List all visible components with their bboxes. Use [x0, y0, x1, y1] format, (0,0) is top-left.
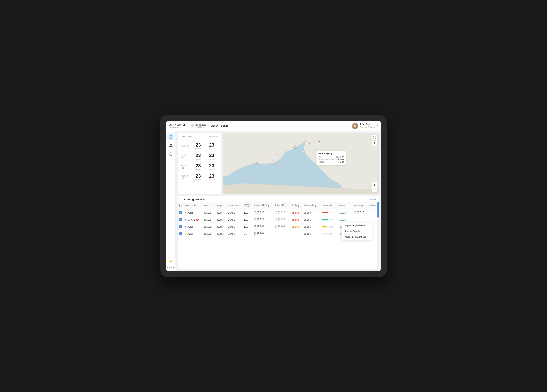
- col-imo: Imo: [203, 202, 216, 209]
- select-all-checkbox[interactable]: [179, 204, 182, 207]
- cell-vessel-name: ▶ Avera: [184, 223, 203, 230]
- vessel-arrow-icon: ▶: [185, 219, 187, 221]
- live-label: Live: [169, 266, 172, 268]
- cell-last-signal: 14-11-202319:00: [352, 209, 368, 216]
- cell-vessel-name: ▶ Methoni 2: [184, 216, 203, 223]
- context-report-prediction[interactable]: Report this prediction: [342, 223, 373, 228]
- conf-label: 85%: [330, 212, 334, 214]
- row-checkbox[interactable]: [179, 211, 182, 214]
- conf-bar-bg: [322, 212, 329, 213]
- stats-early-block: 23 Vessels: [192, 153, 204, 160]
- stats-late-block: 23 Vessels: [206, 163, 218, 170]
- stats-values: 23 Vessels 23 Vessels: [192, 153, 218, 160]
- stats-early-block: 23 Vessels: [192, 163, 204, 170]
- device-frame: ARRIVAL-X by SPACESHIP 26-02-2023 05:08:…: [160, 115, 387, 277]
- action-button[interactable]: ⋮: [370, 211, 374, 215]
- confidence-bar: 0%: [322, 233, 336, 235]
- main-layout: 🌐 🚢 ⚓ 🌙 ↻ Live Early arr: [166, 131, 381, 271]
- vessel-marker-green[interactable]: ▼: [299, 144, 301, 147]
- see-all-link[interactable]: See All: [369, 198, 376, 200]
- conf-bar-fill: [322, 226, 327, 227]
- stats-row: Next 6 Hrs 23 Vessels 23 Vessels: [181, 141, 218, 151]
- zoom-out-button[interactable]: −: [372, 187, 377, 192]
- logo-sub: by SPACESHIP: [169, 127, 185, 128]
- stats-early-unit: Vessels: [192, 168, 204, 170]
- vessel-marker-yellow[interactable]: ▼: [315, 148, 317, 151]
- col-speed: Speed(Knot): [242, 202, 253, 209]
- expand-button[interactable]: ⛶: [372, 135, 377, 140]
- cell-reported-eta: 14-11-2023 21:30: [253, 216, 274, 223]
- vessel-name-text: Methoni: [188, 219, 195, 221]
- cell-confidence: 85%: [320, 209, 337, 216]
- sidebar-item-ship[interactable]: 🚢: [167, 142, 174, 149]
- status-badge: Unde...: [339, 212, 347, 214]
- cell-confidence: 90%: [320, 216, 337, 223]
- sidebar-item-globe[interactable]: 🌐: [167, 133, 174, 140]
- conf-bar-fill: [322, 212, 328, 213]
- row-checkbox[interactable]: [179, 225, 182, 228]
- scrollbar-track: [377, 202, 379, 269]
- cell-checkbox: [178, 223, 184, 230]
- late-arrivals-label: Late arrivals: [207, 136, 218, 138]
- header: ARRIVAL-X by SPACESHIP 26-02-2023 05:08:…: [166, 121, 381, 131]
- stats-values: 23 Vessels 23 Vessels: [192, 143, 218, 150]
- row-checkbox[interactable]: [179, 232, 182, 235]
- col-origin: Origin: [216, 202, 226, 209]
- cell-speed: 19.6: [242, 216, 253, 223]
- city-label: Algeciras: [254, 162, 268, 165]
- cell-delta: 0h 55m: [290, 209, 303, 216]
- cell-reported-eta: 14-11-2023 19:00: [253, 209, 274, 216]
- table-title: Upcoming Vessels: [180, 198, 205, 201]
- cell-pred-eta: 14-11-202302:40: [274, 223, 290, 230]
- info-button[interactable]: ℹ: [372, 141, 377, 146]
- cell-vessel-name: ▶ Avera: [184, 230, 203, 237]
- confidence-bar: 90%: [322, 219, 336, 221]
- scrollbar-thumb[interactable]: [377, 202, 379, 218]
- stats-late-block: 23 Vessels: [206, 143, 218, 150]
- stats-panel: Early arrivals Late arrivals Next 6 Hrs …: [178, 133, 221, 194]
- status-badge: Unde...: [339, 219, 347, 221]
- cell-imo: 9252797: [203, 209, 216, 216]
- vessel-arrow-icon: ▶: [185, 233, 187, 235]
- sidebar-item-anchor[interactable]: ⚓: [167, 151, 174, 158]
- anchor-marker[interactable]: ⚓: [293, 145, 297, 149]
- cell-checkbox: [178, 216, 184, 223]
- user-info: John Doe Terminal Operator: [360, 123, 375, 129]
- vessel-marker-purple[interactable]: ◀: [318, 140, 320, 143]
- table-row: ▶ Methoni 2 9252797 ESGIJ ESALG 19.6 14-…: [178, 216, 379, 223]
- zoom-in-button[interactable]: +: [372, 182, 377, 187]
- col-status: Status: [337, 202, 353, 209]
- vessel-marker-red[interactable]: ▼: [309, 142, 311, 145]
- col-delta: Delta ▲▼: [290, 202, 303, 209]
- conf-bar-bg: [322, 219, 329, 220]
- cell-destination: ESALG: [226, 216, 242, 223]
- context-remove-from-list[interactable]: Remove from list: [342, 228, 373, 234]
- stats-label: Next 6 Hrs: [181, 145, 191, 147]
- col-action: Action: [368, 202, 379, 209]
- table-row: ▶ Avera 9252797 ESGIJ ESALG 19.6 14-11-2…: [178, 209, 379, 216]
- stats-row: Next 48 Hrs 23 Vessels 23 Vessels: [181, 172, 218, 182]
- stats-early-block: 23 Vessels: [192, 174, 204, 181]
- stats-early-unit: Vessels: [192, 179, 204, 181]
- cell-checkbox: [178, 230, 184, 237]
- user-area[interactable]: JD John Doe Terminal Operator ▾: [352, 123, 378, 129]
- col-pred-eta: Pred. ETA ▲▼: [274, 202, 290, 209]
- vessel-marker-green2[interactable]: ▲: [299, 151, 301, 154]
- stats-late-unit: Vessels: [206, 179, 218, 181]
- sidebar-item-moon[interactable]: 🌙: [167, 257, 174, 264]
- stats-early-unit: Vessels: [192, 158, 204, 160]
- logo-main: ARRIVAL-X: [169, 124, 185, 127]
- header-date: 26-02-2023 05:08:25 AM: [195, 124, 206, 128]
- stats-late-block: 23 Vessels: [206, 153, 218, 160]
- cell-destination: ESALG: [226, 209, 242, 216]
- cell-pred-eta: 14-11-202318:05: [274, 209, 290, 216]
- row-checkbox[interactable]: [179, 218, 182, 221]
- col-last-signal: Last Signal: [352, 202, 368, 209]
- context-voyage-log[interactable]: Voyage Log/Event Log: [342, 234, 373, 240]
- vessel-name-text: Avera: [188, 233, 193, 235]
- stats-late-block: 23 Vessels: [206, 174, 218, 181]
- cell-action: ⋮: [368, 209, 379, 216]
- action-button[interactable]: ⋮: [370, 218, 374, 222]
- cell-status: Unde...: [337, 216, 353, 223]
- stats-header: Early arrivals Late arrivals: [181, 136, 218, 139]
